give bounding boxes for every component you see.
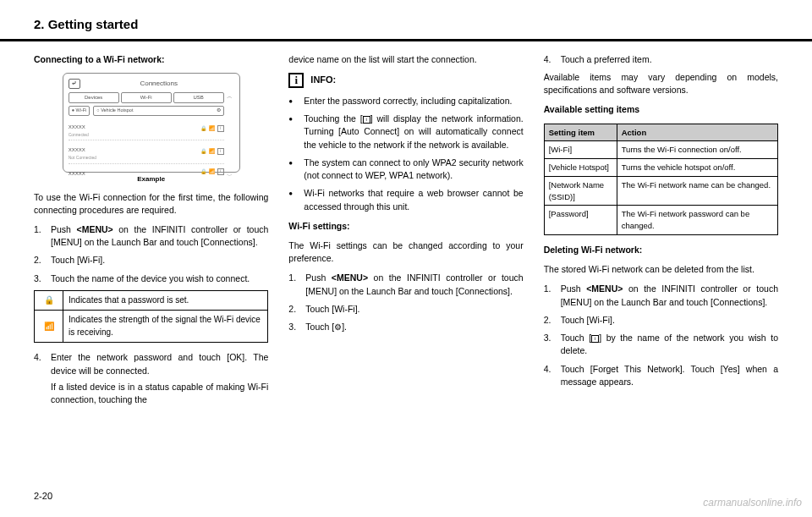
- step-text: Touch [⚙].: [305, 321, 523, 333]
- legend-text: Indicates the strength of the signal the…: [63, 311, 268, 343]
- step-3: 3. Touch the name of the device you wish…: [34, 272, 268, 285]
- lock-icon: 🔒: [200, 168, 206, 176]
- chapter-heading: 2. Getting started: [0, 0, 812, 39]
- table-cell: [Wi-Fi]: [544, 141, 617, 159]
- info-bullet: ● Enter the password correctly, includin…: [288, 95, 523, 107]
- tab-devices: Devices: [69, 92, 119, 103]
- table-header: Action: [617, 124, 777, 141]
- availability-note: Available items may vary depending on mo…: [544, 71, 778, 96]
- step-1: 1. Push <MENU> on the INFINITI controlle…: [34, 223, 268, 249]
- bullet-text: Touching the [i] will display the networ…: [304, 113, 523, 151]
- info-icon: i: [288, 73, 304, 88]
- info-icon: i: [217, 125, 224, 132]
- network-row: XXXXX Not Connected 🔒 📶 i: [69, 140, 224, 163]
- info-icon: i: [217, 148, 224, 155]
- column-2: device name on the list will start the c…: [288, 53, 523, 412]
- step-number: 2.: [34, 254, 51, 267]
- delete-intro: The stored Wi-Fi network can be deleted …: [544, 263, 778, 276]
- hotspot-toggle: ○ Vehicle Hotspot ⚙: [93, 106, 223, 116]
- lock-icon: 🔒: [200, 148, 206, 156]
- wifi-icon: 📶: [209, 148, 215, 156]
- net-name: XXXXX: [69, 171, 85, 176]
- step-text: Touch [Wi-Fi].: [51, 254, 268, 267]
- table-cell: Turns the Wi-Fi connection on/off.: [617, 141, 777, 159]
- step-text: Touch [Wi-Fi].: [561, 314, 778, 327]
- page-number: 2-20: [34, 490, 52, 503]
- column-1: Connecting to a Wi-Fi network: ⤶ Connect…: [34, 53, 268, 412]
- tab-wifi: Wi-Fi: [121, 92, 172, 103]
- bullet-text: Wi-Fi networks that require a web browse…: [304, 187, 523, 212]
- wifi-icon: 📶: [209, 125, 215, 133]
- delete-step-2: 2. Touch [Wi-Fi].: [544, 314, 778, 327]
- back-icon: ⤶: [69, 79, 80, 89]
- connecting-heading: Connecting to a Wi-Fi network:: [34, 53, 268, 66]
- table-cell: [Network Name (SSID)]: [544, 176, 617, 206]
- column-3: 4. Touch a preferred item. Available ite…: [544, 53, 778, 412]
- table-cell: Turns the vehicle hotspot on/off.: [617, 159, 777, 177]
- step-text: Touch [Wi-Fi].: [305, 303, 523, 316]
- step-2: 2. Touch [Wi-Fi].: [34, 254, 268, 267]
- net-status: Not Connected: [69, 155, 96, 161]
- scroll-up-icon: ︿: [227, 92, 233, 101]
- scrollbar: ︿ ﹀: [226, 92, 234, 180]
- wifi-toggle: ● Wi-Fi: [69, 106, 91, 116]
- info-icon: i: [217, 168, 224, 175]
- intro-text: To use the Wi-Fi connection for the firs…: [34, 191, 268, 217]
- lock-icon: 🔒: [200, 125, 206, 133]
- watermark: carmanualsonline.info: [703, 496, 802, 510]
- info-icon: i: [363, 116, 370, 124]
- network-row: XXXXX 🔒 📶 i: [69, 164, 224, 180]
- step-number: 4.: [544, 363, 561, 388]
- wifi-settings-heading: Wi-Fi settings:: [288, 220, 523, 233]
- step-number: 1.: [34, 223, 51, 249]
- info-bullet: ● Wi-Fi networks that require a web brow…: [288, 187, 523, 212]
- net-status: Connected: [69, 132, 89, 138]
- bullet-icon: ●: [288, 157, 304, 182]
- step-number: 3.: [288, 321, 305, 333]
- step-4: 4. Enter the network password and touch …: [34, 351, 268, 406]
- settings-step-1: 1. Push <MENU> on the INFINITI controlle…: [288, 272, 523, 297]
- bullet-icon: ●: [288, 95, 304, 107]
- info-callout: i INFO:: [288, 73, 523, 88]
- gear-icon: ⚙: [217, 107, 221, 114]
- net-name: XXXXX: [69, 124, 85, 129]
- lock-icon: 🔒: [35, 290, 63, 311]
- delete-step-4: 4. Touch [Forget This Network]. Touch [Y…: [544, 363, 778, 388]
- tab-usb: USB: [173, 92, 224, 103]
- content-columns: Connecting to a Wi-Fi network: ⤶ Connect…: [0, 53, 812, 412]
- network-row: XXXXX Connected 🔒 📶 i: [69, 118, 224, 140]
- icon-legend-table: 🔒 Indicates that a password is set. 📶 In…: [34, 290, 268, 344]
- table-cell: [Password]: [544, 206, 617, 235]
- bullet-icon: ●: [288, 113, 304, 151]
- info-icon: i: [591, 335, 599, 343]
- example-screenshot: ⤶ Connections Devices Wi-Fi USB ● Wi-Fi …: [63, 73, 240, 173]
- legend-text: Indicates that a password is set.: [63, 290, 268, 311]
- info-label: INFO:: [310, 74, 336, 87]
- bullet-icon: ●: [288, 187, 304, 212]
- settings-step-4: 4. Touch a preferred item.: [544, 53, 778, 66]
- table-cell: The Wi-Fi network name can be changed.: [617, 176, 777, 206]
- step-text: Touch [Forget This Network]. Touch [Yes]…: [561, 363, 778, 388]
- step-number: 2.: [288, 303, 305, 316]
- table-cell: [Vehicle Hotspot]: [544, 159, 617, 177]
- step-text: Touch [i] by the name of the network you…: [561, 332, 778, 357]
- settings-step-3: 3. Touch [⚙].: [288, 321, 523, 333]
- settings-intro: The Wi-Fi settings can be changed accord…: [288, 239, 523, 265]
- hotspot-label: ○ Vehicle Hotspot: [96, 107, 133, 114]
- delete-heading: Deleting Wi-Fi network:: [544, 244, 778, 256]
- step-number: 1.: [288, 272, 305, 297]
- scroll-down-icon: ﹀: [227, 172, 233, 180]
- screen-title: Connections: [84, 79, 234, 89]
- step-number: 2.: [544, 314, 561, 327]
- header-rule: [0, 39, 812, 41]
- net-name: XXXXX: [69, 147, 85, 152]
- wifi-signal-icon: 📶: [35, 311, 63, 343]
- step-number: 3.: [34, 272, 51, 285]
- step-text: Touch a preferred item.: [561, 53, 778, 66]
- gear-icon: ⚙: [334, 322, 342, 332]
- step-number: 4.: [544, 53, 561, 66]
- settings-table: Setting item Action [Wi-Fi] Turns the Wi…: [544, 124, 778, 235]
- step-number: 1.: [544, 283, 561, 308]
- bullet-text: Enter the password correctly, including …: [304, 95, 523, 107]
- settings-step-2: 2. Touch [Wi-Fi].: [288, 303, 523, 316]
